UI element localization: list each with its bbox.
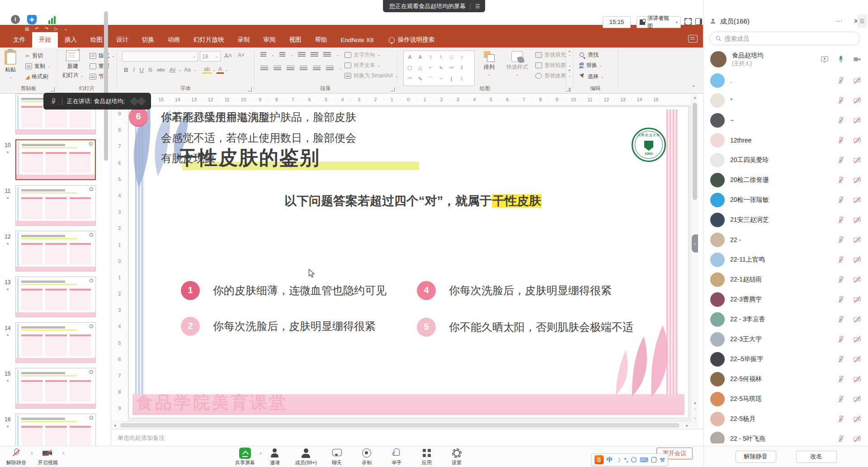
mic-muted-icon[interactable]: [836, 215, 845, 224]
mic-muted-icon[interactable]: [836, 76, 845, 85]
member-row[interactable]: 22-11上官鸣: [704, 250, 868, 270]
toolbar-button[interactable]: 共享屏幕 ˄: [235, 448, 255, 466]
undo-icon[interactable]: ↶: [35, 26, 38, 31]
camera-muted-icon[interactable]: [853, 76, 862, 85]
mic-muted-icon[interactable]: [836, 195, 845, 205]
member-row[interactable]: 食品赵培均 (主持人): [704, 48, 868, 71]
mic-muted-icon[interactable]: [836, 415, 845, 424]
mic-muted-icon[interactable]: [836, 136, 845, 145]
shape-glyph[interactable]: ⌒: [428, 76, 433, 82]
camera-muted-icon[interactable]: [853, 375, 862, 384]
member-row[interactable]: 22-5马琪瑶: [704, 389, 868, 409]
slide-thumbnail-preview[interactable]: [15, 322, 96, 363]
keyboard-icon[interactable]: ⌨: [640, 457, 648, 463]
toolbar-button[interactable]: 成员(99+) ˄: [295, 448, 317, 466]
member-row[interactable]: 12three: [704, 130, 868, 150]
mic-muted-icon[interactable]: [836, 375, 845, 384]
horizontal-scrollbar[interactable]: ◂ ▸: [111, 421, 698, 429]
thumbnail-scrollbar[interactable]: [104, 1, 108, 350]
sidebar-toggle-icon[interactable]: [695, 18, 702, 25]
align-center-icon[interactable]: [274, 66, 281, 71]
ribbon-tab[interactable]: 开始: [32, 32, 58, 48]
shadow-button[interactable]: abc: [155, 67, 167, 72]
paste-button[interactable]: 粘贴⌄: [5, 50, 16, 79]
toolbar-button[interactable]: 聊天 ˄: [327, 448, 347, 466]
question-item[interactable]: 2 你每次洗脸后，皮肤明显绷得很紧: [181, 316, 376, 337]
shape-glyph[interactable]: \: [461, 76, 462, 81]
chart-icon[interactable]: [47, 15, 57, 24]
member-row[interactable]: 21安三赵润芝: [704, 210, 868, 230]
slide-thumbnail-preview[interactable]: [15, 414, 96, 446]
dialog-launcher[interactable]: [51, 87, 55, 91]
shape-glyph[interactable]: ✎: [418, 76, 422, 82]
slide-canvas[interactable]: 河南农业大学 1902 干性皮肤的鉴别 以下问题答案若超过四个“对”，就属于干性…: [129, 107, 688, 418]
settings-wrench-icon[interactable]: ⚒: [660, 457, 665, 463]
font-size-combo[interactable]: 18⌄: [200, 51, 221, 62]
mic-muted-icon[interactable]: [836, 355, 845, 364]
shape-glyph[interactable]: {: [451, 76, 453, 81]
camera-muted-icon[interactable]: [853, 195, 862, 205]
slide-thumbnail[interactable]: 16 ★: [0, 414, 111, 446]
tell-me-search[interactable]: 操作说明搜索: [382, 32, 441, 48]
camera-muted-icon[interactable]: [853, 156, 862, 165]
justify-icon[interactable]: [300, 66, 307, 71]
shape-glyph[interactable]: ⇩: [460, 65, 464, 71]
numbering-icon[interactable]: [279, 52, 285, 57]
arrange-button[interactable]: 排列⌄: [484, 51, 495, 76]
mic-muted-icon[interactable]: [836, 116, 845, 125]
mic-muted-icon[interactable]: [836, 176, 845, 185]
mic-muted-icon[interactable]: [836, 275, 845, 284]
mic-on-icon[interactable]: [836, 55, 845, 64]
member-row[interactable]: ~: [704, 110, 868, 130]
camera-muted-icon[interactable]: [853, 434, 862, 443]
ribbon-tab[interactable]: 审阅: [257, 32, 283, 48]
search-input[interactable]: [725, 35, 854, 42]
scroll-down-icon[interactable]: ▾: [691, 400, 699, 407]
camera-muted-icon[interactable]: [853, 255, 862, 264]
mic-muted-icon[interactable]: [836, 96, 845, 105]
member-search[interactable]: [709, 32, 860, 45]
save-icon[interactable]: ▤: [25, 26, 29, 31]
underline-button[interactable]: U: [137, 67, 146, 73]
camera-muted-icon[interactable]: [853, 295, 862, 304]
member-row[interactable]: 22-5何福林: [704, 369, 868, 389]
chevron-up-icon[interactable]: ˄: [259, 451, 262, 456]
slide-subtitle[interactable]: 以下问题答案若超过四个“对”，就属于干性皮肤: [188, 193, 638, 209]
select-button[interactable]: 选择⌄: [579, 73, 604, 81]
member-row[interactable]: 22 -: [704, 230, 868, 250]
member-row[interactable]: °: [704, 91, 868, 110]
shape-effects-button[interactable]: 形状效果⌄: [535, 72, 571, 80]
dialog-launcher[interactable]: [391, 87, 395, 91]
slide-thumbnail-preview[interactable]: [15, 276, 96, 317]
mic-muted-icon[interactable]: [836, 434, 845, 443]
qat-more-icon[interactable]: ⌄: [64, 26, 67, 31]
shape-glyph[interactable]: ⌐: [429, 65, 432, 70]
view-mode-dropdown[interactable]: 演讲者视图 ▾: [637, 16, 681, 28]
mic-muted-icon[interactable]: [836, 235, 845, 244]
camera-muted-icon[interactable]: [853, 215, 862, 224]
notes-pane[interactable]: 单击此处添加备注: [111, 429, 703, 446]
shape-fill-button[interactable]: 形状填充⌄: [535, 51, 571, 59]
change-case-button[interactable]: Aa: [182, 67, 193, 73]
scroll-right-icon[interactable]: ▸: [684, 422, 691, 429]
slide-thumbnail[interactable]: 11 ★: [0, 185, 111, 226]
question-item[interactable]: 4 你每次洗脸后，皮肤明显绷得很紧: [417, 280, 612, 301]
strikethrough-button[interactable]: S: [146, 67, 154, 73]
copy-button[interactable]: 复制⌄: [25, 62, 51, 70]
collapse-ribbon-icon[interactable]: ⌃: [692, 85, 696, 91]
camera-muted-icon[interactable]: [853, 415, 862, 424]
shape-glyph[interactable]: △: [418, 65, 422, 71]
panel-list-icon[interactable]: ☰: [857, 14, 867, 28]
format-painter-button[interactable]: ◢格式刷: [25, 73, 48, 81]
distribute-icon[interactable]: [313, 66, 321, 71]
ribbon-tab[interactable]: 动画: [161, 32, 187, 48]
grow-font-button[interactable]: A˄: [224, 52, 232, 59]
fullscreen-icon[interactable]: [684, 18, 692, 25]
voice-input-icon[interactable]: [631, 457, 637, 462]
slide-thumbnail[interactable]: 10 ★: [0, 139, 111, 180]
camera-icon[interactable]: [853, 55, 862, 64]
scroll-left-icon[interactable]: ◂: [111, 422, 118, 429]
member-row[interactable]: 22-3曹腾宇: [704, 290, 868, 310]
mic-muted-icon[interactable]: [836, 335, 845, 344]
scrollbar-thumb[interactable]: [693, 103, 697, 200]
